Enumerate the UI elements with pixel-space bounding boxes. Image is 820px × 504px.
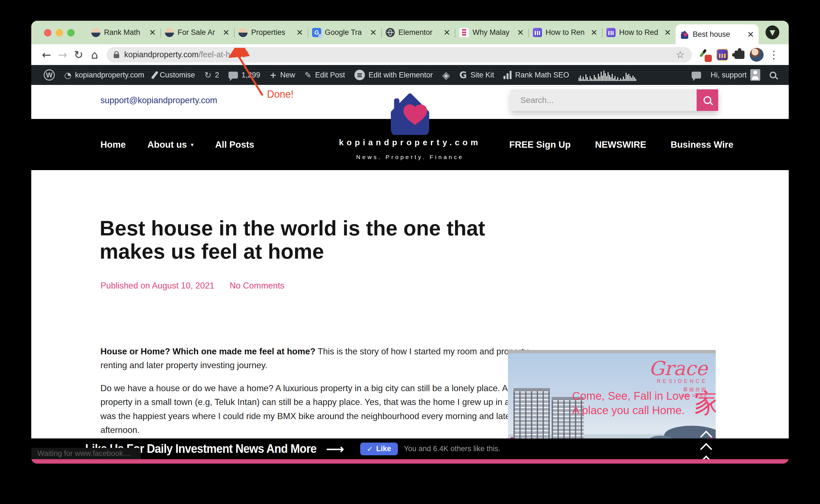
tab-close-icon[interactable]: ✕ [664, 28, 671, 37]
chart-favicon [533, 28, 542, 37]
comments-bubble-icon [229, 72, 238, 79]
close-window-button[interactable] [44, 29, 51, 37]
nav-item-about[interactable]: About us ▾ [147, 139, 194, 150]
tab-title: How to Red [619, 28, 661, 37]
like-label: Like [376, 445, 391, 453]
search-input[interactable] [510, 89, 697, 111]
home-icon[interactable]: ⌂ [87, 48, 103, 61]
brand-name: kopiandproperty.com [321, 138, 499, 147]
site-kit-menu[interactable]: G Site Kit [455, 65, 499, 85]
tab-close-icon[interactable]: ✕ [517, 28, 524, 37]
tab-close-icon[interactable]: ✕ [296, 28, 303, 37]
brand-logo[interactable]: kopiandproperty.com News. Property. Fina… [321, 91, 499, 160]
user-avatar-icon [750, 69, 760, 81]
browser-tab[interactable]: For Sale Ar ✕ [160, 21, 234, 44]
support-email-link[interactable]: support@kopiandproperty.com [100, 95, 217, 105]
nav-item-home[interactable]: Home [100, 139, 126, 150]
browser-tab[interactable]: Rank Math ✕ [87, 21, 160, 44]
facebook-like-button[interactable]: ✓ Like [360, 443, 398, 455]
tab-close-icon[interactable]: ✕ [370, 28, 377, 37]
browser-tab[interactable]: Properties ✕ [234, 21, 308, 44]
desktop: { "browser": { "tabs": [ {"title": "Rank… [0, 0, 820, 504]
tab-strip: Rank Math ✕ For Sale Ar ✕ Properties ✕ G… [31, 21, 789, 44]
chevron-up-icon [700, 431, 712, 443]
browser-tab[interactable]: G Google Tra ✕ [308, 21, 381, 44]
residence-text: RESIDENCE [649, 378, 707, 384]
browser-tab[interactable]: Why Malay ✕ [455, 21, 528, 44]
extensions-puzzle-icon[interactable] [732, 47, 747, 63]
tab-close-icon[interactable]: ✕ [443, 28, 450, 37]
customise-menu[interactable]: Customise [149, 65, 200, 85]
right-arrow-icon: ⟶ [326, 441, 344, 456]
site-name-menu[interactable]: ◔ kopiandproperty.com [59, 65, 149, 85]
edit-with-elementor-menu[interactable]: ≡ Edit with Elementor [350, 65, 438, 85]
new-content-menu[interactable]: + New [265, 65, 300, 85]
tab-close-icon[interactable]: ✕ [591, 28, 598, 37]
avatar-favicon [238, 28, 248, 37]
nav-item-free-sign-up[interactable]: FREE Sign Up [509, 139, 571, 150]
paragraph-lead: House or Home? Which one made me feel at… [100, 346, 315, 356]
browser-tab[interactable]: How to Red ✕ [602, 21, 676, 44]
house-heart-logo-icon [386, 91, 434, 135]
plus-icon: + [270, 70, 277, 80]
facebook-like-bar: Like Us For Daily Investment News And Mo… [31, 438, 789, 459]
new-label: New [280, 71, 295, 79]
rank-math-label: Rank Math SEO [515, 71, 569, 79]
nav-item-all-posts[interactable]: All Posts [215, 139, 254, 150]
tab-close-icon[interactable]: ✕ [747, 30, 754, 39]
pink-bottom-strip [31, 459, 789, 464]
site-search [510, 89, 718, 111]
nav-item-newswire[interactable]: NEWSWIRE [595, 139, 646, 150]
address-bar[interactable]: kopiandproperty.com/feel-at-home/ ☆ [107, 47, 692, 63]
profile-avatar[interactable] [749, 47, 764, 63]
browser-tab[interactable]: Elementor ✕ [381, 21, 455, 44]
paragraph: Do we have a house or do we have a home?… [100, 381, 532, 437]
colorzilla-extension-icon[interactable] [697, 47, 713, 63]
ad-home-character: 家 [694, 390, 716, 416]
tab-title: Best house [693, 30, 744, 39]
browser-tab[interactable]: How to Ren ✕ [528, 21, 602, 44]
edit-with-elementor-label: Edit with Elementor [369, 71, 433, 79]
stats-sparkline[interactable] [574, 65, 642, 85]
sparkline-icon [578, 69, 637, 81]
tab-title: Elementor [398, 28, 441, 37]
back-icon[interactable]: ← [38, 48, 55, 61]
main-nav: kopiandproperty.com News. Property. Fina… [31, 119, 789, 170]
edit-post-menu[interactable]: ✎ Edit Post [300, 65, 350, 85]
elementor-pro-menu[interactable]: ◈ [438, 65, 455, 85]
tab-close-icon[interactable]: ✕ [149, 28, 156, 37]
wp-logo-menu[interactable]: W [39, 65, 59, 85]
bookmark-star-icon[interactable]: ☆ [676, 49, 685, 60]
tab-search-menu-button[interactable]: ▼ [765, 25, 779, 39]
diamond-icon: ◈ [442, 69, 450, 81]
avatar-favicon [165, 28, 174, 37]
edit-post-label: Edit Post [315, 71, 345, 79]
chart-favicon [606, 28, 616, 37]
admin-search[interactable] [765, 65, 781, 85]
reload-icon[interactable]: ↻ [71, 48, 87, 61]
post-title: Best house in the world is the one that … [100, 217, 512, 263]
comments-menu[interactable]: 1,299 [224, 65, 265, 85]
lock-icon[interactable] [114, 54, 119, 58]
feedback-menu[interactable] [687, 65, 706, 85]
avatar-favicon [91, 28, 100, 37]
wp-admin-bar: W ◔ kopiandproperty.com Customise ↻ 2 1,… [31, 65, 789, 85]
browser-tab-active[interactable]: Best house ✕ [676, 24, 759, 44]
updates-menu[interactable]: ↻ 2 [200, 65, 224, 85]
maximize-window-button[interactable] [67, 29, 75, 37]
minimize-window-button[interactable] [56, 29, 63, 37]
no-comments-link[interactable]: No Comments [230, 281, 284, 291]
rank-math-menu[interactable]: Rank Math SEO [499, 65, 574, 85]
analytics-extension-icon[interactable] [715, 47, 730, 63]
tab-title: Rank Math [104, 28, 146, 37]
search-button[interactable] [697, 89, 718, 111]
page-content: Best house in the world is the one that … [31, 170, 789, 438]
google-translate-favicon: G [312, 28, 321, 37]
forward-icon[interactable]: → [55, 48, 71, 61]
updates-count: 2 [215, 71, 219, 79]
tab-close-icon[interactable]: ✕ [223, 28, 230, 37]
browser-menu-icon[interactable]: ⋮ [766, 47, 782, 63]
my-account-menu[interactable]: Hi, support [706, 65, 765, 85]
nav-item-business-wire[interactable]: Business Wire [671, 139, 733, 150]
ad-top-bar [508, 350, 716, 353]
